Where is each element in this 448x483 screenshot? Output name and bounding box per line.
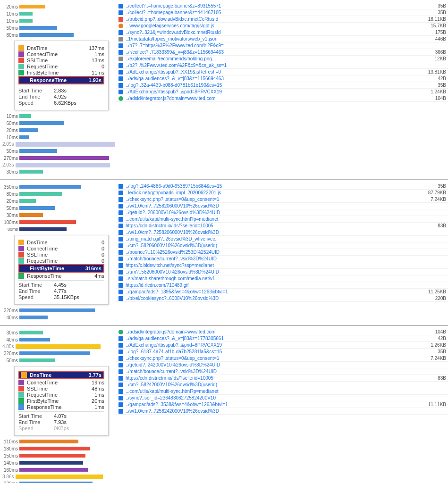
resource-list-1: ../collect?..=homepage.banner&z=89315557…: [116, 2, 448, 176]
bar-row: 50ms: [0, 205, 116, 211]
bar-row: 320ms: [0, 350, 116, 357]
ssl-color: [18, 58, 24, 63]
bar-row: 30ms: [0, 168, 116, 175]
resource-item[interactable]: ../bounce?..10%2526ovsid%253D%2524UID: [116, 249, 448, 256]
resource-item[interactable]: ../cm?..58242000V10%26ovsid%3D(userid): [116, 382, 448, 388]
resource-icon-img: [118, 96, 123, 101]
resource-item[interactable]: ../ads/ga-audiences?..&_v=j83&z=17783056…: [116, 335, 448, 342]
resource-item[interactable]: ../AdExchange/rtbsspub?..&prid=8PRVCXX19…: [116, 89, 448, 95]
req-color: [18, 64, 24, 69]
section-2: 350ms 80ms 20ms 50ms 30ms 100ms: [0, 180, 448, 326]
resource-item[interactable]: ../w/1.0/cm?..7258206000V10%26ovsid%3D: [116, 203, 448, 209]
resource-item[interactable]: ../match/bounce/current?..vsid%3D%24UID: [116, 256, 448, 262]
resource-item[interactable]: https://x.bidswitch.net/sync?ssp=mediane…: [116, 262, 448, 269]
bar-row: 10ms: [0, 17, 116, 24]
resource-item[interactable]: ..s://match.sharethrough.com/media.net/v…: [116, 275, 448, 282]
resource-icon-img: [118, 4, 123, 8]
resource-item[interactable]: ../AdExchange/rtbsspub?..XX19&isRefresh=…: [116, 69, 448, 75]
resource-item[interactable]: ...com/utils/xapi/multi-sync.html?p=medi…: [116, 216, 448, 223]
resource-item[interactable]: ../log?..246-4886-a9d0-95389715b684&cs=1…: [116, 183, 448, 190]
resource-item[interactable]: ../pixel/cookiesync?..6000V10%26ovsid%3D…: [116, 295, 448, 302]
resource-icon-img: [118, 37, 123, 42]
resource-item[interactable]: ../sync?..ser_id=236483062725824200V10: [116, 395, 448, 401]
tooltip-row: DnsTime 0: [18, 240, 104, 245]
stat-start-time: Start Time 4.45s: [18, 282, 104, 288]
resource-item[interactable]: ../AdExchange/rtbsspub?..&prid=8PRVCXX19…: [116, 342, 448, 349]
stat-end-time: End Time 7.93s: [18, 419, 104, 425]
resource-item[interactable]: ../cm?..58206000V10%26ovsid%3D(userid): [116, 242, 448, 249]
bar-row: 40ms: [0, 314, 116, 321]
resource-icon-img: [118, 90, 123, 94]
long-bar-2: 2.03s: [0, 162, 116, 167]
resource-icon-img: [118, 17, 123, 22]
resource-icon-img: [118, 63, 123, 68]
bar-row: 80ms: [0, 32, 116, 38]
resource-item[interactable]: ..1/metadata/topics_motivators/web_v1.js…: [116, 36, 448, 42]
bar-row: 50ms: [0, 25, 116, 31]
resource-item[interactable]: ../explore/email/recommends/holding.png.…: [116, 56, 448, 62]
tooltip-highlight-top: DnsTime 3.77s: [18, 371, 104, 379]
tooltip-row: RequestTime 0: [18, 258, 104, 264]
bar-row: 330ms: [0, 480, 116, 483]
tooltip-row: FirstByteTime 11ms: [18, 70, 104, 75]
tooltip-row: ResponseTime 4ms: [18, 273, 104, 279]
bar-row: 100ms: [0, 219, 116, 225]
resource-item[interactable]: ../collect?..=homepage.banner&z=44146710…: [116, 9, 448, 16]
resource-icon-img: [118, 30, 123, 35]
tooltip-1: DnsTime 137ms ConnectTime 1ms SSLTime 13…: [14, 41, 109, 110]
tooltip-row: SSLTime 0: [18, 252, 104, 258]
tooltip-row: DnsTime 137ms: [18, 45, 104, 51]
resource-item[interactable]: ../w/1.0/cm?..7258242000V10%26ovsid%3D: [116, 408, 448, 415]
tooltip-row: ConnectTime 1ms: [18, 51, 104, 57]
bar-row: 10ms: [0, 113, 116, 119]
resource-item[interactable]: ../r/collect?..71833399&_v=j83&z=1156694…: [116, 49, 448, 56]
resource-icon-img: [118, 70, 123, 75]
bar-row: 50ms: [0, 357, 116, 364]
resource-item[interactable]: https://cdn.districtm.io/ids/?sellerid=1…: [116, 223, 448, 229]
resource-item[interactable]: ../log?..32a-4439-b088-d0781b61b190&cs=1…: [116, 82, 448, 89]
section-3: 30ms 40ms 4.85s 320ms 50ms: [0, 326, 448, 483]
tooltip-row: SSLTime 13ms: [18, 58, 104, 63]
tooltip-2: DnsTime 0 ConnectTime 0 SSLTime 0 Reques…: [14, 235, 109, 305]
resource-item[interactable]: ../sync?..321&j=window.advBidxc.mnetRtus…: [116, 29, 448, 36]
tooltip-row: FirstByteTime 20ms: [18, 398, 104, 404]
resource-item[interactable]: ../pubcid.php?..dow.advBidxc.mnetCoRtusI…: [116, 16, 448, 23]
bar-row: 180ms: [0, 445, 116, 452]
dns-color: [18, 45, 24, 51]
resource-item[interactable]: ../getuid?..242000V10%26ovsid%3D%24UID: [116, 362, 448, 368]
tooltip-row: ResponseTime 1ms: [18, 404, 104, 410]
stat-speed: Speed 0KBps: [18, 425, 104, 431]
bar-row: 80ms: [0, 191, 116, 197]
resource-item[interactable]: ..leclick.net/gpt/pubads_impl_2020062220…: [116, 190, 448, 196]
resource-item[interactable]: ../ads/ga-audiences?..&_v=j83&z=11566944…: [116, 75, 448, 82]
resource-item[interactable]: ../checksync.php?..status=0&usp_consent=…: [116, 355, 448, 362]
resource-item[interactable]: ../um?..58206000V10%26ovsid%3D%24UID: [116, 269, 448, 275]
resource-item[interactable]: ../gampad/ads?..1395&fws=4&ohw=1263&btvi…: [116, 289, 448, 295]
resource-item[interactable]: ../getuid?..206000V10%26ovsid%3D%24UID: [116, 209, 448, 216]
timeline-left-1: 20ms 10ms 10ms 50ms 80ms: [0, 2, 116, 176]
resource-item[interactable]: ...www.googletagservices.com/tag/js/gpt.…: [116, 23, 448, 29]
resource-item[interactable]: ../b7?..7=https%3F%2Fwww.ted.com%2F&c9=: [116, 42, 448, 49]
tooltip-highlight: ResponseTime 1.93s: [18, 76, 104, 84]
resource-item[interactable]: ../b2?..%2Fwww.ted.com%2F&c9=&cs_ak_ss=1: [116, 62, 448, 69]
resource-item[interactable]: ../checksync.php?..status=0&usp_consent=…: [116, 196, 448, 203]
resource-item[interactable]: https://id.rlcdn.com/710489.gif: [116, 282, 448, 289]
bar-row: 20ms: [0, 3, 116, 10]
long-bar-3b: 3.86s: [0, 474, 116, 479]
resource-item[interactable]: ../log?..6187-4a74-af1b-da7b25281fa5&cs=…: [116, 349, 448, 355]
resource-icon-img: [118, 83, 123, 88]
resource-item[interactable]: ../adsid/integrator.js?domain=www.ted.co…: [116, 95, 448, 102]
connect-color: [18, 51, 24, 57]
bar-row: 140ms: [0, 459, 116, 466]
bar-row: 270ms: [0, 155, 116, 161]
resource-item[interactable]: ../collect?..=homepage.banner&z=89315557…: [116, 3, 448, 9]
resource-item[interactable]: ../gampad/ads?..3538&fws=4&ohw=1263&btvi…: [116, 401, 448, 408]
resource-item[interactable]: ../adsid/integrator.js?domain=www.ted.co…: [116, 329, 448, 335]
resource-item[interactable]: ...com/utils/xapi/multi-sync.html?p=medi…: [116, 388, 448, 395]
resource-item[interactable]: ../ping_match.gif?..26ovsid%3D_wfivefive…: [116, 236, 448, 242]
bar-row: 80ms: [0, 226, 116, 233]
resource-item[interactable]: ../match/bounce/current?..vsid%3D%24UID: [116, 368, 448, 375]
resource-item[interactable]: ../w/1.0/cm?..7258206000V10%26ovsid%3D: [116, 229, 448, 236]
resource-item[interactable]: https://cdn.districtm.io/ids/?sellerid=1…: [116, 375, 448, 382]
stat-start-time: Start Time 2.83s: [18, 88, 104, 93]
